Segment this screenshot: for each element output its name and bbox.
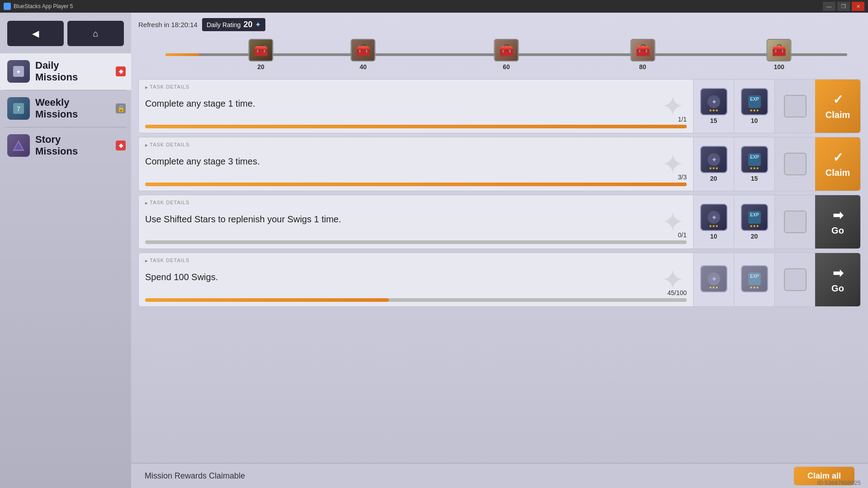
- claim-label-1: Claim: [826, 168, 850, 178]
- mission-desc-3: Spend 100 Swigs.: [145, 265, 687, 289]
- reward-stars-2b: ★★★: [750, 224, 759, 228]
- reward-box-1c: [774, 137, 815, 191]
- reward-stars-1b: ★★★: [750, 166, 759, 170]
- svg-text:✦: ✦: [711, 98, 717, 106]
- reward-box-2c: [774, 195, 815, 249]
- go-arrow-icon-2: ➡: [833, 208, 843, 223]
- mission-desc-0: Complete any stage 1 time.: [145, 91, 687, 116]
- weekly-missions-label: WeeklyMissions: [35, 97, 78, 121]
- reward-stars-2a: ★★★: [709, 224, 718, 228]
- reward-amount-0b: 10: [751, 117, 758, 124]
- weekly-missions-icon: 7: [7, 97, 30, 120]
- svg-text:EXP: EXP: [750, 274, 759, 279]
- mission-progress-text-3: 45/100: [145, 289, 687, 296]
- reward-icon-2b: EXP ★★★: [741, 204, 768, 231]
- mission-main-0: TASK DETAILS Complete any stage 1 time. …: [139, 80, 693, 133]
- milestone-row: 🧰 20 🧰 40 🧰 60 🧰 80 🧰 100: [138, 37, 861, 73]
- check-icon-0: ✓: [833, 92, 843, 107]
- id-footer: ID:53687608925: [817, 479, 861, 486]
- sidebar-item-story[interactable]: StoryMissions ◆: [0, 127, 131, 164]
- refresh-bar: Refresh in 18:20:14 Daily Rating 20 ✦: [138, 18, 861, 31]
- minimize-button[interactable]: —: [823, 2, 835, 11]
- milestone-60-num: 60: [503, 63, 510, 70]
- reward-icon-0a: ✦ ★★★: [700, 88, 727, 115]
- go-button-2[interactable]: ➡ Go: [815, 195, 860, 249]
- mission-progress-row-0: 1/1: [145, 116, 687, 128]
- mission-progress-fill-0: [145, 125, 687, 128]
- svg-text:EXP: EXP: [750, 212, 759, 217]
- mission-progress-row-3: 45/100: [145, 289, 687, 302]
- milestone-80: 🧰 80: [630, 39, 655, 70]
- milestone-100: 🧰 100: [767, 39, 792, 70]
- reward-icon-3a: ✦ ★★★: [700, 265, 727, 292]
- go-button-3[interactable]: ➡ Go: [815, 253, 860, 306]
- go-arrow-icon-3: ➡: [833, 266, 843, 281]
- mission-main-1: TASK DETAILS Complete any stage 3 times.…: [139, 137, 693, 191]
- mission-progress-row-1: 3/3: [145, 174, 687, 186]
- reward-stars-1a: ★★★: [709, 166, 718, 170]
- reward-stars-3a: ★★★: [709, 286, 718, 290]
- back-button[interactable]: ◀: [7, 21, 64, 46]
- mission-progress-bar-1: [145, 183, 687, 186]
- bottom-bar: Mission Rewards Claimable Claim all: [131, 463, 868, 488]
- sidebar-item-daily[interactable]: ✦ DailyMissions ◆: [0, 53, 131, 90]
- chest-40-icon: 🧰: [351, 39, 376, 61]
- mission-progress-text-2: 0/1: [145, 231, 687, 239]
- reward-stars-3b: ★★★: [750, 286, 759, 290]
- restore-button[interactable]: ❐: [837, 2, 850, 11]
- mission-main-2: TASK DETAILS Use Shifted Stars to replen…: [139, 195, 693, 249]
- daily-missions-badge: ◆: [116, 66, 126, 76]
- reward-box-0b: EXP ★★★ 10: [734, 80, 774, 133]
- svg-text:✦: ✦: [711, 275, 717, 283]
- bottom-text: Mission Rewards Claimable: [145, 471, 245, 481]
- mission-progress-bar-2: [145, 240, 687, 244]
- window-controls[interactable]: — ❐ ✕: [823, 2, 864, 11]
- close-button[interactable]: ✕: [852, 2, 864, 11]
- missions-list: TASK DETAILS Complete any stage 1 time. …: [138, 79, 861, 483]
- mission-card-2: TASK DETAILS Use Shifted Stars to replen…: [138, 195, 861, 249]
- reward-box-1a: ✦ ★★★ 20: [693, 137, 734, 191]
- svg-text:✦: ✦: [711, 214, 717, 221]
- reward-box-1b: EXP ★★★ 15: [734, 137, 774, 191]
- mission-desc-1: Complete any stage 3 times.: [145, 149, 687, 174]
- claim-button-1[interactable]: ✓ Claim: [815, 137, 860, 191]
- nav-buttons: ◀ ⌂: [0, 17, 131, 53]
- reward-amount-1b: 15: [751, 175, 758, 182]
- mission-progress-bar-3: [145, 298, 687, 302]
- svg-text:✦: ✦: [711, 156, 717, 164]
- svg-text:✦: ✦: [16, 68, 21, 75]
- milestone-20-num: 20: [257, 63, 264, 70]
- reward-empty-0c: [784, 95, 807, 117]
- title-bar-text: BlueStacks App Player 5: [14, 3, 823, 9]
- mission-card-0: TASK DETAILS Complete any stage 1 time. …: [138, 79, 861, 133]
- milestone-60: 🧰 60: [494, 39, 519, 70]
- weekly-missions-badge: 🔒: [116, 103, 126, 113]
- reward-amount-2a: 10: [710, 233, 717, 240]
- app-window: ◀ ⌂ ✦ DailyMissions ◆ 7 WeeklyMissions: [0, 13, 868, 488]
- chest-60-icon: 🧰: [494, 39, 519, 61]
- reward-box-3b: EXP ★★★: [734, 253, 774, 306]
- svg-text:EXP: EXP: [750, 155, 759, 160]
- svg-text:7: 7: [17, 105, 20, 113]
- reward-box-2a: ✦ ★★★ 10: [693, 195, 734, 249]
- rating-badge: Daily Rating 20 ✦: [202, 18, 266, 31]
- rating-star-icon: ✦: [255, 20, 261, 29]
- story-missions-badge: ◆: [116, 141, 126, 150]
- reward-box-3c: [774, 253, 815, 306]
- claim-button-0[interactable]: ✓ Claim: [815, 80, 860, 133]
- daily-missions-icon: ✦: [7, 60, 30, 83]
- reward-icon-2a: ✦ ★★★: [700, 204, 727, 231]
- mission-progress-text-1: 3/3: [145, 174, 687, 181]
- main-panel: Refresh in 18:20:14 Daily Rating 20 ✦ 🧰 …: [131, 13, 868, 488]
- reward-icon-0b: EXP ★★★: [741, 88, 768, 115]
- chest-80-icon: 🧰: [630, 39, 655, 61]
- reward-stars-0a: ★★★: [709, 108, 718, 113]
- home-button[interactable]: ⌂: [67, 21, 124, 46]
- chest-100-icon: 🧰: [767, 39, 792, 61]
- milestone-40: 🧰 40: [351, 39, 376, 70]
- rating-label: Daily Rating: [207, 21, 241, 28]
- story-missions-icon: [7, 134, 30, 157]
- title-bar: BlueStacks App Player 5 — ❐ ✕: [0, 0, 868, 13]
- task-label-2: TASK DETAILS: [145, 200, 687, 205]
- sidebar-item-weekly[interactable]: 7 WeeklyMissions 🔒: [0, 90, 131, 127]
